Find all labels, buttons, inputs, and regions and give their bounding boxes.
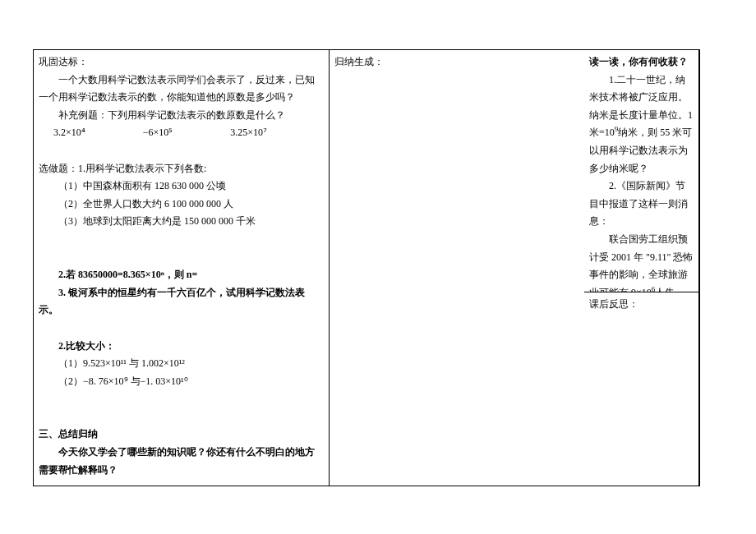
gongu-p1: 一个大数用科学记数法表示同学们会表示了，反过来，已知一个用科学记数法表示的数，你… xyxy=(39,71,324,107)
middle-top: 读一读，你有何收获？ 1.二十一世纪，纳米技术将被广泛应用。纳米是长度计量单位。… xyxy=(584,50,699,292)
read-p3: 联合国劳工组织预计受 2001 年 "9.11" 恐怖事件的影响，全球旅游业可能… xyxy=(589,231,694,292)
sci-a: 3.2×10⁴ xyxy=(53,124,85,142)
x-item-2: （2）全世界人口数大约 6 100 000 000 人 xyxy=(39,196,324,214)
heading-zongjie: 三、总结归纳 xyxy=(39,426,324,444)
zj-q: 今天你又学会了哪些新的知识呢？你还有什么不明白的地方需要帮忙解释吗？ xyxy=(39,444,324,479)
gongu-p2: 补充例题：下列用科学记数法表示的数原数是什么？ xyxy=(39,107,324,125)
reflect-heading: 课后反思： xyxy=(589,296,694,314)
x-item-3: （3）地球到太阳距离大约是 150 000 000 千米 xyxy=(39,213,324,231)
read-p2: 2.《国际新闻》节目中报道了这样一则消息： xyxy=(589,177,694,231)
q4: 2.比较大小： xyxy=(39,338,324,356)
q2: 2.若 83650000=8.365×10ⁿ，则 n= xyxy=(39,266,324,284)
sci-row: 3.2×10⁴ −6×10⁵ 3.25×10⁷ xyxy=(39,124,324,142)
right-column: 归纳生成： xyxy=(330,50,584,486)
q4b: （2）−8. 76×10⁹ 与−1. 03×10¹⁰ xyxy=(39,373,324,391)
q4a: （1）9.523×10¹¹ 与 1.002×10¹² xyxy=(39,355,324,373)
read-heading: 读一读，你有何收获？ xyxy=(589,53,694,71)
x-item-1: （1）中国森林面积有 128 630 000 公顷 xyxy=(39,177,324,196)
guina-heading: 归纳生成： xyxy=(334,53,579,71)
sci-c: 3.25×10⁷ xyxy=(230,124,267,142)
middle-bottom: 课后反思： xyxy=(584,292,699,486)
left-column: 巩固达标： 一个大数用科学记数法表示同学们会表示了，反过来，已知一个用科学记数法… xyxy=(34,50,330,486)
xuanzuo-head: 选做题：1.用科学记数法表示下列各数: xyxy=(39,160,324,178)
read-p1: 1.二十一世纪，纳米技术将被广泛应用。纳米是长度计量单位。1 米=109纳米，则… xyxy=(589,71,694,178)
q3: 3. 银河系中的恒星约有一千六百亿个，试用科学记数法表示。 xyxy=(39,284,324,320)
heading-gongu: 巩固达标： xyxy=(39,53,324,71)
sci-b: −6×10⁵ xyxy=(143,124,173,142)
